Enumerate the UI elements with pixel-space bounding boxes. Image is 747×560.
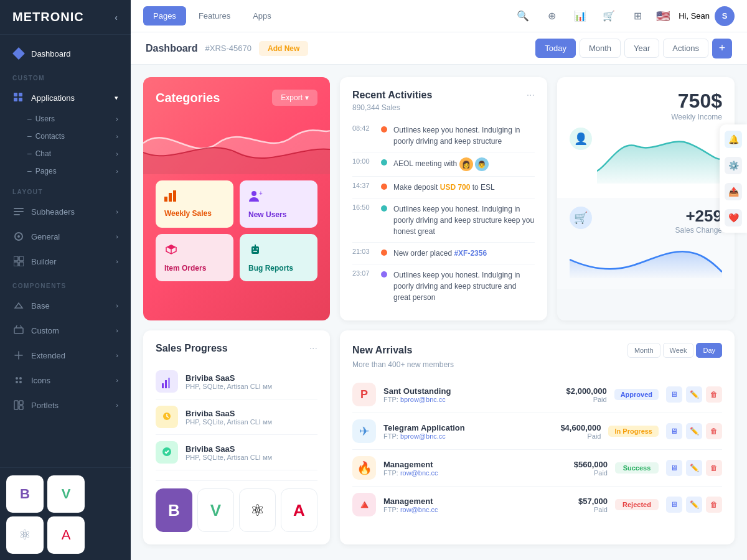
avatar-1: 👩	[459, 157, 473, 171]
search-icon[interactable]: 🔍	[513, 6, 533, 26]
filter-week-button[interactable]: Week	[663, 343, 694, 358]
framework-logos: B V ⚛ A	[156, 480, 317, 532]
dashboard-label: Dashboard	[31, 49, 71, 58]
quick-add-button[interactable]: +	[712, 39, 732, 58]
svg-rect-3	[19, 98, 22, 101]
sidebar-item-icons[interactable]: Icons ›	[0, 368, 131, 393]
progress-info-3: Briviba SaaS PHP, SQLite, Artisan CLI мм	[186, 444, 317, 461]
svg-point-8	[17, 235, 20, 238]
category-item-orders[interactable]: Item Orders	[156, 234, 233, 281]
activities-menu[interactable]: ···	[527, 90, 535, 101]
edit-button-2[interactable]: ✏️	[686, 423, 702, 439]
floating-icon-1[interactable]: 🔔	[725, 131, 742, 148]
general-icon	[12, 230, 25, 243]
category-new-users[interactable]: + New Users	[240, 180, 317, 228]
arrival-info-1: Sant Outstanding FTP: bprow@bnc.cc	[383, 386, 559, 403]
svg-rect-21	[164, 197, 167, 202]
sidebar-toggle[interactable]: ‹	[115, 12, 118, 22]
filter-day-button[interactable]: Day	[696, 343, 722, 358]
category-bug-reports[interactable]: Bug Reports	[240, 234, 317, 281]
floating-icon-3[interactable]: 📤	[725, 183, 742, 200]
delete-button-4[interactable]: 🗑	[706, 497, 722, 513]
view-button-2[interactable]: 🖥	[666, 423, 682, 439]
sidebar-item-applications[interactable]: Applications ▾	[0, 85, 131, 110]
sidebar-sub-pages[interactable]: – Pages ›	[0, 162, 131, 180]
progress-row-1: Briviba SaaS PHP, SQLite, Artisan CLI мм	[156, 364, 317, 399]
sidebar-item-subheaders[interactable]: Subheaders ›	[0, 199, 131, 224]
progress-avatar-2	[156, 406, 178, 428]
brand-name: METRONIC	[12, 10, 84, 24]
sidebar-item-extended[interactable]: Extended ›	[0, 343, 131, 368]
bug-reports-icon	[248, 243, 309, 260]
sidebar-item-general[interactable]: General ›	[0, 224, 131, 249]
new-arrivals-subtitle: More than 400+ new members	[352, 360, 722, 369]
dashboard-icon	[12, 47, 25, 60]
user-avatar: S	[715, 6, 735, 26]
new-arrivals-title: New Arrivals	[352, 345, 412, 356]
sidebar-sub-contacts[interactable]: – Contacts ›	[0, 128, 131, 145]
topnav: Pages Features Apps 🔍 ⊕ 📊 🛒 ⊞ 🇺🇸 Hi, Sea…	[131, 0, 747, 32]
svg-rect-11	[14, 262, 18, 266]
arrival-status-3: Success	[615, 462, 659, 474]
svg-text:+: +	[259, 190, 263, 197]
new-arrivals-card: New Arrivals Month Week Day More than 40…	[340, 330, 735, 544]
svg-rect-29	[162, 383, 164, 388]
export-button[interactable]: Export ▾	[272, 90, 317, 106]
cart-icon[interactable]: 🛒	[599, 6, 619, 26]
chart-icon[interactable]: 📊	[570, 6, 590, 26]
add-new-button[interactable]: Add New	[259, 41, 308, 56]
svg-rect-26	[251, 246, 259, 254]
network-icon[interactable]: ⊕	[542, 6, 561, 26]
arrival-price-4: $57,000 Paid	[578, 497, 608, 513]
arrival-icon-2: ✈	[352, 419, 376, 443]
sidebar-item-custom[interactable]: Custom ›	[0, 318, 131, 343]
arrival-status-4: Rejected	[615, 499, 659, 510]
sidebar-item-builder[interactable]: Builder ›	[0, 249, 131, 274]
sidebar-item-base[interactable]: Base ›	[0, 293, 131, 318]
sales-icon: 🛒	[570, 207, 592, 229]
today-button[interactable]: Today	[535, 39, 576, 58]
arrival-icon-3: 🔥	[352, 456, 376, 480]
sidebar-dashboard[interactable]: Dashboard	[0, 41, 131, 66]
arrival-actions-1: 🖥 ✏️ 🗑	[666, 386, 722, 403]
page-title: Dashboard	[146, 43, 198, 54]
tab-features[interactable]: Features	[189, 6, 240, 26]
user-menu[interactable]: Hi, Sean S	[679, 6, 735, 26]
floating-icon-4[interactable]: ❤️	[725, 209, 742, 226]
sidebar-sub-users[interactable]: – Users ›	[0, 110, 131, 128]
tab-pages[interactable]: Pages	[143, 6, 186, 26]
delete-button-2[interactable]: 🗑	[706, 423, 722, 439]
grid-icon[interactable]: ⊞	[627, 6, 647, 26]
edit-button-3[interactable]: ✏️	[686, 460, 702, 476]
applications-expand-icon: ▾	[115, 94, 118, 102]
svg-rect-6	[14, 214, 20, 215]
general-arrow-icon: ›	[116, 233, 118, 240]
year-button[interactable]: Year	[624, 39, 659, 58]
month-button[interactable]: Month	[580, 39, 621, 58]
sidebar-item-portlets[interactable]: Portlets ›	[0, 393, 131, 418]
svg-rect-5	[14, 211, 24, 212]
view-button-3[interactable]: 🖥	[666, 460, 682, 476]
actions-button[interactable]: Actions	[663, 39, 708, 58]
avatar-2: 👨	[475, 157, 489, 171]
arrival-status-1: Approved	[614, 389, 659, 400]
custom-icon	[12, 324, 25, 337]
delete-button-1[interactable]: 🗑	[706, 386, 722, 403]
view-button-4[interactable]: 🖥	[666, 497, 682, 513]
subheaders-arrow-icon: ›	[116, 208, 118, 215]
delete-button-3[interactable]: 🗑	[706, 460, 722, 476]
edit-button-4[interactable]: ✏️	[686, 497, 702, 513]
edit-button-1[interactable]: ✏️	[686, 386, 702, 403]
svg-rect-18	[14, 401, 18, 409]
bootstrap-logo: B	[6, 475, 44, 513]
svg-rect-1	[19, 93, 22, 96]
sales-progress-menu[interactable]: ···	[309, 343, 317, 354]
floating-icon-2[interactable]: ⚙️	[725, 157, 742, 174]
new-users-label: New Users	[248, 210, 309, 219]
view-button-1[interactable]: 🖥	[666, 386, 682, 403]
chat-arrow-icon: ›	[116, 150, 118, 157]
sidebar-sub-chat[interactable]: – Chat ›	[0, 145, 131, 162]
tab-apps[interactable]: Apps	[243, 6, 281, 26]
filter-month-button[interactable]: Month	[627, 343, 660, 358]
category-weekly-sales[interactable]: Weekly Sales	[156, 180, 233, 228]
